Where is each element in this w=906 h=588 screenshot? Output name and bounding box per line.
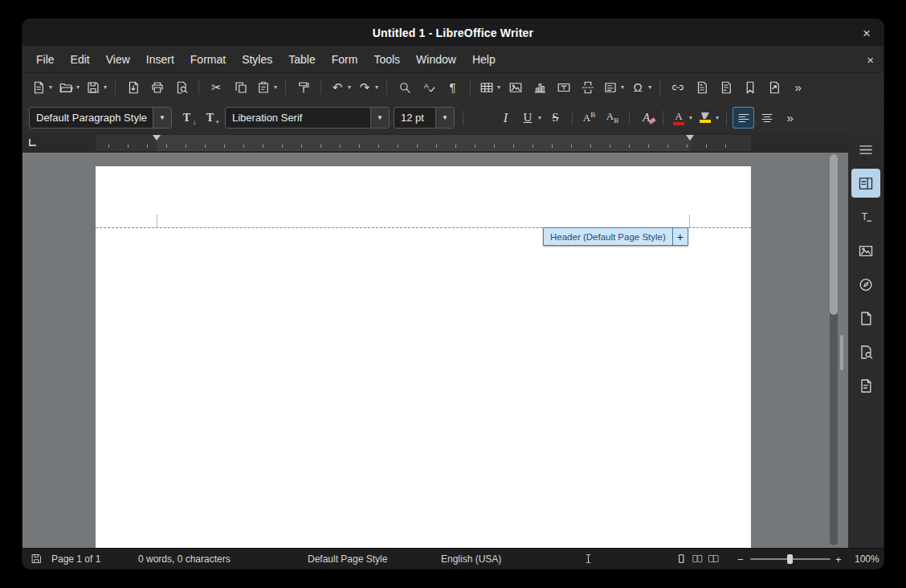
clear-formatting-button[interactable]: A	[635, 107, 657, 129]
font-color-button[interactable]: A▾	[669, 107, 694, 129]
horizontal-ruler[interactable]	[96, 135, 751, 151]
dropdown-arrow-icon[interactable]: ▾	[716, 114, 719, 121]
superscript-button[interactable]: AB	[578, 107, 600, 129]
book-view-button[interactable]	[708, 553, 720, 566]
strikethrough-button[interactable]: S	[545, 107, 566, 129]
clone-formatting-button[interactable]	[292, 76, 314, 98]
menu-view[interactable]: View	[98, 46, 138, 72]
export-pdf-button[interactable]	[122, 76, 144, 98]
header-callout[interactable]: Header (Default Page Style) +	[543, 227, 688, 246]
insert-endnote-button[interactable]	[715, 76, 737, 98]
document-page[interactable]: Header (Default Page Style) +	[96, 166, 751, 548]
new-document-button[interactable]: ▾	[29, 76, 54, 98]
header-add-button[interactable]: +	[672, 228, 688, 245]
menu-styles[interactable]: Styles	[234, 46, 280, 72]
open-button[interactable]: ▾	[56, 76, 81, 98]
menu-window[interactable]: Window	[408, 46, 464, 72]
zoom-slider-thumb[interactable]	[787, 554, 793, 564]
paragraph-style-dropdown-icon[interactable]: ▼	[153, 108, 171, 128]
sidebar-tab-styles[interactable]: T	[851, 202, 880, 231]
insert-footnote-button[interactable]	[691, 76, 712, 98]
dropdown-arrow-icon[interactable]: ▾	[76, 84, 80, 91]
insert-textbox-button[interactable]	[553, 76, 574, 98]
cross-reference-button[interactable]	[763, 76, 785, 98]
statusbar-page-count[interactable]: Page 1 of 1	[51, 553, 100, 565]
sidebar-tab-navigator[interactable]	[851, 270, 880, 299]
font-size-dropdown-icon[interactable]: ▼	[435, 108, 454, 128]
menu-help[interactable]: Help	[464, 46, 504, 72]
dropdown-arrow-icon[interactable]: ▾	[621, 84, 624, 91]
insert-bookmark-button[interactable]	[739, 76, 761, 98]
sidebar-tab-style-inspector[interactable]	[851, 337, 880, 366]
formatting-marks-button[interactable]: ¶	[442, 76, 463, 98]
print-preview-button[interactable]	[170, 76, 192, 98]
insert-table-button[interactable]: ▾	[477, 76, 502, 98]
sidebar-splitter-handle[interactable]	[840, 335, 843, 370]
dropdown-arrow-icon[interactable]: ▾	[538, 114, 541, 121]
undo-button[interactable]: ↶▾	[328, 76, 353, 98]
insert-chart-button[interactable]	[528, 76, 550, 98]
save-button[interactable]: ▾	[84, 76, 108, 98]
bold-button[interactable]: B	[471, 107, 493, 129]
underline-button[interactable]: U▾	[518, 107, 543, 129]
dropdown-arrow-icon[interactable]: ▾	[104, 84, 107, 91]
statusbar-language[interactable]: English (USA)	[441, 553, 501, 565]
print-button[interactable]	[146, 76, 168, 98]
font-name-combobox[interactable]: Liberation Serif ▼	[225, 107, 390, 129]
paste-button[interactable]: ▾	[254, 76, 279, 98]
menu-file[interactable]: File	[28, 46, 63, 72]
find-replace-button[interactable]	[394, 76, 415, 98]
align-left-button[interactable]	[733, 107, 754, 129]
window-close-button[interactable]: ×	[863, 26, 871, 39]
insert-hyperlink-button[interactable]	[667, 76, 688, 98]
zoom-in-button[interactable]: +	[835, 553, 842, 565]
vertical-scrollbar-thumb[interactable]	[830, 154, 838, 315]
align-center-button[interactable]	[756, 107, 777, 129]
insert-mode-icon[interactable]	[582, 553, 595, 566]
spelling-button[interactable]: A	[418, 76, 439, 98]
single-page-view-button[interactable]	[675, 553, 688, 566]
italic-button[interactable]: I	[495, 107, 516, 129]
formatting-overflow-button[interactable]: »	[779, 107, 801, 129]
standard-overflow-button[interactable]: »	[787, 76, 809, 98]
dropdown-arrow-icon[interactable]: ▾	[689, 114, 692, 121]
insert-field-button[interactable]: ▾	[601, 76, 626, 98]
dropdown-arrow-icon[interactable]: ▾	[497, 84, 500, 91]
titlebar[interactable]: Untitled 1 - LibreOffice Writer ×	[22, 19, 884, 46]
special-character-button[interactable]: Ω▾	[628, 76, 653, 98]
copy-button[interactable]	[230, 76, 251, 98]
highlight-color-button[interactable]: ▾	[696, 107, 720, 129]
new-style-button[interactable]: T+	[199, 107, 221, 129]
document-close-button[interactable]: ×	[867, 53, 874, 65]
paragraph-style-combobox[interactable]: Default Paragraph Style ▼	[29, 107, 172, 129]
sidebar-settings-button[interactable]	[851, 135, 880, 164]
update-style-button[interactable]: T↓	[176, 107, 198, 129]
multi-page-view-button[interactable]	[692, 553, 704, 566]
sidebar-tab-properties[interactable]	[851, 169, 880, 198]
statusbar-word-count[interactable]: 0 words, 0 characters	[138, 553, 231, 565]
sidebar-tab-accessibility-check[interactable]	[851, 371, 880, 400]
statusbar-page-style[interactable]: Default Page Style	[308, 553, 387, 565]
vertical-scrollbar[interactable]	[830, 154, 838, 545]
dropdown-arrow-icon[interactable]: ▾	[274, 84, 277, 91]
menu-form[interactable]: Form	[324, 46, 366, 72]
menu-table[interactable]: Table	[280, 46, 323, 72]
sidebar-tab-page[interactable]	[851, 304, 880, 333]
ruler-left-indent-marker[interactable]	[153, 135, 161, 141]
save-status-icon[interactable]	[31, 553, 43, 566]
dropdown-arrow-icon[interactable]: ▾	[375, 84, 378, 91]
ruler-right-indent-marker[interactable]	[686, 135, 694, 141]
dropdown-arrow-icon[interactable]: ▾	[648, 84, 651, 91]
insert-image-button[interactable]	[504, 76, 526, 98]
sidebar-tab-gallery[interactable]	[851, 236, 880, 265]
zoom-out-button[interactable]: −	[737, 553, 744, 565]
zoom-slider[interactable]	[750, 553, 830, 565]
dropdown-arrow-icon[interactable]: ▾	[49, 84, 52, 91]
menu-insert[interactable]: Insert	[138, 46, 182, 72]
tab-stop-selector[interactable]	[29, 139, 36, 146]
menu-edit[interactable]: Edit	[63, 46, 98, 72]
font-size-combobox[interactable]: 12 pt ▼	[394, 107, 455, 129]
menu-tools[interactable]: Tools	[365, 46, 408, 72]
redo-button[interactable]: ↷▾	[355, 76, 380, 98]
subscript-button[interactable]: AB	[602, 107, 623, 129]
